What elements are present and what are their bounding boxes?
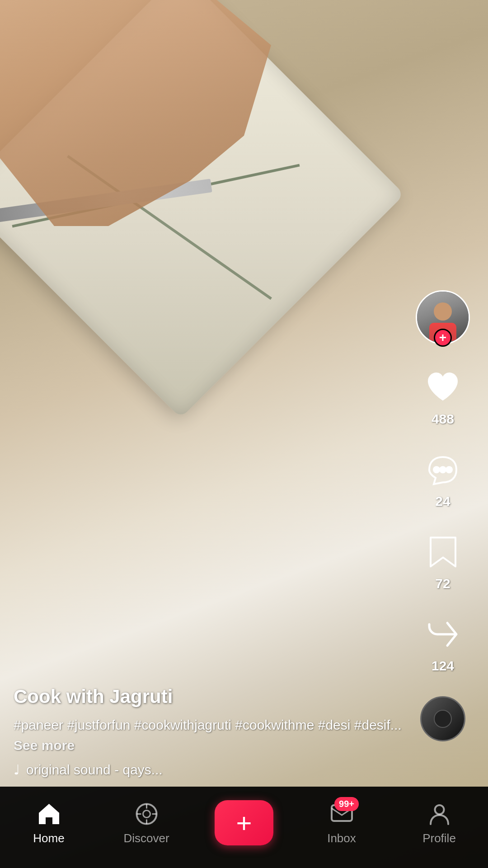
bottom-navigation: Home Discover + 99+	[0, 787, 488, 868]
see-more-button[interactable]: See more	[14, 738, 75, 753]
inbox-icon: 99+	[328, 801, 355, 828]
creator-avatar[interactable]: +	[416, 290, 470, 344]
action-buttons: + 488 24 72	[416, 290, 470, 741]
bookmark-button[interactable]: 72	[422, 532, 463, 591]
profile-icon	[426, 801, 453, 828]
music-disc[interactable]	[420, 696, 465, 741]
svg-point-1	[439, 466, 446, 473]
inbox-badge: 99+	[334, 797, 359, 811]
discover-icon	[133, 801, 160, 828]
discover-label: Discover	[123, 831, 169, 845]
like-button[interactable]: 488	[422, 367, 463, 427]
music-note-icon: ♩	[14, 762, 20, 778]
plus-icon: +	[236, 807, 252, 839]
nav-item-inbox[interactable]: 99+ Inbox	[301, 801, 382, 845]
video-info: Cook with Jagruti #paneer #justforfun #c…	[14, 686, 407, 778]
svg-point-0	[433, 466, 440, 473]
profile-label: Profile	[422, 831, 456, 845]
bookmark-count: 72	[435, 576, 450, 591]
hashtag-text: #paneer #justforfun #cookwithjagruti #co…	[14, 715, 407, 755]
nav-item-create[interactable]: +	[203, 800, 285, 845]
creator-username[interactable]: Cook with Jagruti	[14, 686, 407, 708]
comment-button[interactable]: 24	[422, 449, 463, 509]
home-label: Home	[33, 831, 64, 845]
svg-point-4	[143, 811, 150, 818]
nav-item-profile[interactable]: Profile	[399, 801, 480, 845]
create-button[interactable]: +	[215, 800, 273, 845]
nav-item-home[interactable]: Home	[8, 801, 89, 845]
share-button[interactable]: 124	[422, 614, 463, 674]
follow-plus-icon[interactable]: +	[434, 329, 452, 347]
svg-point-10	[435, 805, 444, 814]
svg-point-2	[446, 466, 453, 473]
like-count: 488	[432, 411, 454, 427]
home-icon	[35, 801, 62, 828]
share-count: 124	[432, 658, 454, 674]
sound-text: original sound - qays...	[26, 762, 163, 778]
sound-row[interactable]: ♩ original sound - qays...	[14, 762, 407, 778]
comment-count: 24	[435, 494, 450, 509]
nav-item-discover[interactable]: Discover	[106, 801, 187, 845]
inbox-label: Inbox	[327, 831, 356, 845]
